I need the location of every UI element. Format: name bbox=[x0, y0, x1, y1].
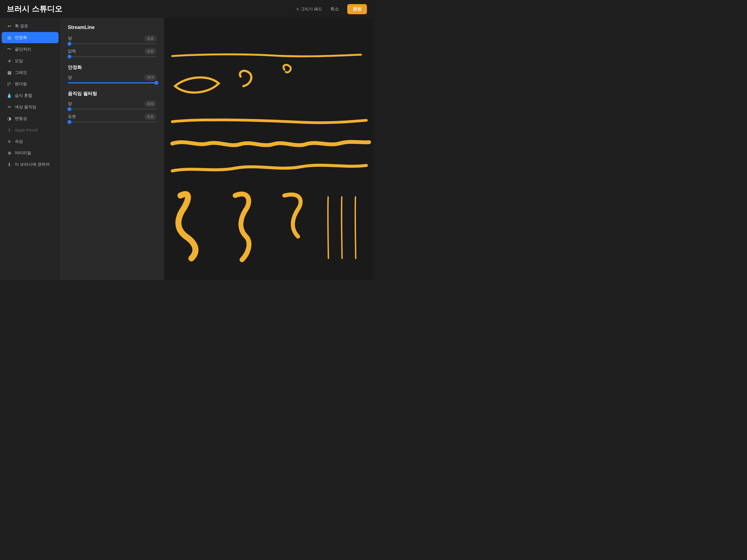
sidebar-icon-stroke-path: ↩ bbox=[6, 24, 12, 29]
stabilization-amount-label: 양 bbox=[68, 75, 72, 80]
streamline-pressure-row: 압력 없음 bbox=[68, 48, 156, 57]
sidebar-label-stroke-path: 획 경로 bbox=[15, 24, 28, 29]
sidebar-item-color-dynamics[interactable]: ✂ 색상 움직임 bbox=[2, 101, 58, 113]
motion-amount-row: 양 없음 bbox=[68, 101, 156, 110]
sidebar-label-properties: 속성 bbox=[15, 139, 23, 144]
main-layout: ↩ 획 경로 ◎ 안정화 〜 끝단처리 ✳ 모양 ▦ 그레인 ◸ 렌더링 💧 습… bbox=[0, 18, 374, 280]
brush-preview-canvas bbox=[164, 18, 374, 280]
sidebar-icon-end-treatment: 〜 bbox=[6, 47, 12, 52]
motion-expression-slider[interactable] bbox=[68, 121, 156, 123]
done-button[interactable]: 완료 bbox=[347, 4, 367, 14]
cancel-button[interactable]: 취소 bbox=[327, 5, 343, 14]
sidebar-icon-color-dynamics: ✂ bbox=[6, 104, 12, 110]
header: 브러시 스튜디오 ⎋ 그리기 패드 취소 완료 bbox=[0, 0, 374, 18]
sidebar-icon-stabilization: ◎ bbox=[6, 35, 12, 40]
motion-expression-label: 표현 bbox=[68, 114, 76, 119]
streamline-title: StreamLine bbox=[68, 25, 156, 30]
motion-expression-row: 표현 없음 bbox=[68, 113, 156, 123]
sidebar-item-apple-pencil[interactable]: ℹ Apple Pencil bbox=[2, 124, 58, 136]
stabilization-amount-row: 양 최대 bbox=[68, 74, 156, 83]
sidebar-label-material: 머티리얼 bbox=[15, 150, 31, 156]
sidebar-item-grain[interactable]: ▦ 그레인 bbox=[2, 67, 58, 78]
sidebar-icon-shape: ✳ bbox=[6, 58, 12, 64]
sidebar-label-stabilization: 안정화 bbox=[15, 35, 27, 40]
sidebar-icon-about: ℹ bbox=[6, 162, 12, 167]
app-title: 브러시 스튜디오 bbox=[6, 4, 62, 14]
sidebar-item-stabilization[interactable]: ◎ 안정화 bbox=[2, 32, 58, 43]
sidebar-label-apple-pencil: Apple Pencil bbox=[15, 128, 37, 132]
center-panel: StreamLine 양 없음 압력 없음 bbox=[60, 18, 164, 280]
sidebar-label-about: 이 브러시에 관하여 bbox=[15, 162, 50, 167]
sidebar-item-properties[interactable]: ≡ 속성 bbox=[2, 136, 58, 147]
drawing-pad-icon: ⎋ bbox=[297, 7, 299, 11]
stabilization-title: 안정화 bbox=[68, 64, 156, 71]
sidebar-item-end-treatment[interactable]: 〜 끝단처리 bbox=[2, 44, 58, 55]
sidebar-icon-properties: ≡ bbox=[6, 139, 12, 144]
sidebar-icon-apple-pencil: ℹ bbox=[6, 127, 12, 133]
sidebar-item-variation[interactable]: ◑ 변동성 bbox=[2, 113, 58, 124]
sidebar-label-shape: 모양 bbox=[15, 58, 23, 64]
drawing-pad-button[interactable]: ⎋ 그리기 패드 bbox=[297, 6, 322, 12]
stabilization-amount-badge: 최대 bbox=[145, 74, 156, 81]
sidebar-icon-wet-mix: 💧 bbox=[6, 93, 12, 98]
sidebar-label-grain: 그레인 bbox=[15, 70, 27, 75]
sidebar-label-end-treatment: 끝단처리 bbox=[15, 47, 31, 52]
streamline-amount-slider[interactable] bbox=[68, 43, 156, 44]
motion-amount-slider[interactable] bbox=[68, 108, 156, 110]
sidebar-icon-grain: ▦ bbox=[6, 70, 12, 75]
sidebar-icon-variation: ◑ bbox=[6, 116, 12, 121]
stabilization-amount-slider[interactable] bbox=[68, 82, 156, 83]
sidebar-item-material[interactable]: ⊕ 머티리얼 bbox=[2, 147, 58, 159]
sidebar-item-stroke-path[interactable]: ↩ 획 경로 bbox=[2, 21, 58, 32]
sidebar: ↩ 획 경로 ◎ 안정화 〜 끝단처리 ✳ 모양 ▦ 그레인 ◸ 렌더링 💧 습… bbox=[0, 18, 60, 280]
streamline-pressure-badge: 없음 bbox=[145, 48, 156, 54]
motion-amount-badge: 없음 bbox=[145, 101, 156, 107]
sidebar-item-shape[interactable]: ✳ 모양 bbox=[2, 55, 58, 67]
sidebar-icon-material: ⊕ bbox=[6, 150, 12, 156]
sidebar-label-variation: 변동성 bbox=[15, 116, 27, 121]
preview-panel bbox=[164, 18, 374, 280]
streamline-amount-badge: 없음 bbox=[145, 35, 156, 42]
motion-expression-badge: 없음 bbox=[145, 113, 156, 120]
sidebar-icon-rendering: ◸ bbox=[6, 81, 12, 87]
sidebar-item-about[interactable]: ℹ 이 브러시에 관하여 bbox=[2, 159, 58, 170]
sidebar-item-rendering[interactable]: ◸ 렌더링 bbox=[2, 78, 58, 90]
streamline-pressure-slider[interactable] bbox=[68, 56, 156, 57]
motion-amount-label: 양 bbox=[68, 101, 72, 106]
motion-filtering-title: 움직임 필터링 bbox=[68, 91, 156, 97]
sidebar-label-wet-mix: 습식 혼합 bbox=[15, 93, 32, 98]
streamline-amount-row: 양 없음 bbox=[68, 35, 156, 44]
header-actions: ⎋ 그리기 패드 취소 완료 bbox=[297, 4, 367, 14]
sidebar-label-color-dynamics: 색상 움직임 bbox=[15, 104, 36, 110]
streamline-pressure-label: 압력 bbox=[68, 49, 76, 54]
streamline-amount-label: 양 bbox=[68, 36, 72, 41]
sidebar-label-rendering: 렌더링 bbox=[15, 81, 27, 87]
sidebar-item-wet-mix[interactable]: 💧 습식 혼합 bbox=[2, 90, 58, 101]
